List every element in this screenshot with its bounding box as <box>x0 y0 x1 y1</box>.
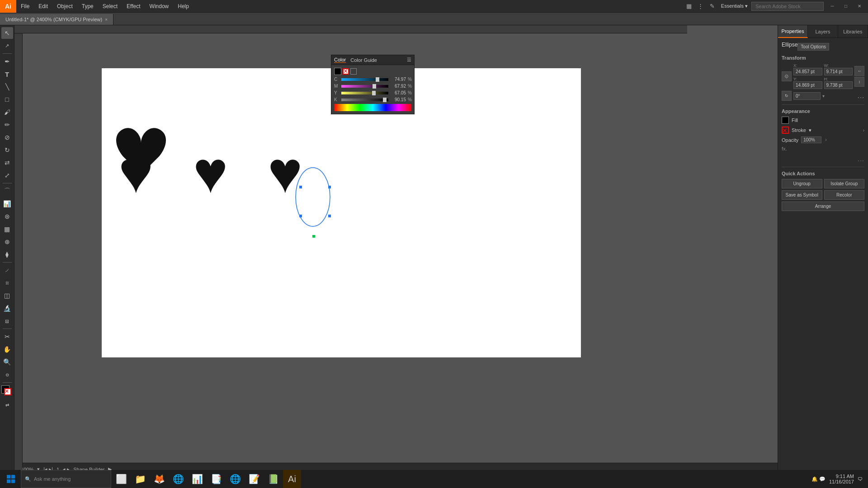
graph-tool[interactable]: 📊 <box>1 198 13 210</box>
minimize-icon[interactable]: ─ <box>827 1 837 11</box>
mirror-tool[interactable]: ⇄ <box>1 157 13 169</box>
direct-select-tool[interactable]: ↗ <box>1 40 13 52</box>
fill-color-box[interactable] <box>782 117 789 124</box>
menu-select[interactable]: Select <box>98 0 122 12</box>
none-swatch[interactable] <box>350 68 357 75</box>
taskbar-taskview[interactable]: ⬜ <box>112 470 130 488</box>
taskbar-word[interactable]: 📝 <box>245 470 263 488</box>
isolate-group-button[interactable]: Isolate Group <box>824 179 865 188</box>
zoom-tool[interactable]: 🔍 <box>1 356 13 368</box>
arrange-icon[interactable]: ▦ <box>684 1 694 11</box>
y-slider[interactable] <box>341 92 388 94</box>
tab-properties[interactable]: Properties <box>778 25 808 38</box>
appearance-more-icon[interactable]: … <box>857 155 864 163</box>
opacity-more-btn[interactable]: › <box>825 137 826 142</box>
x-input[interactable] <box>793 68 822 75</box>
color-spectrum[interactable] <box>334 104 411 111</box>
menu-window[interactable]: Window <box>145 0 174 12</box>
recolor-button[interactable]: Recolor <box>824 190 865 200</box>
pen-tool[interactable]: ✒ <box>1 56 13 67</box>
taskbar-explorer[interactable]: 📁 <box>131 470 149 488</box>
hand-tool[interactable]: ✋ <box>1 343 13 355</box>
constrain-icon[interactable]: ⛒ <box>782 71 792 81</box>
stroke-options-btn[interactable]: › <box>863 128 864 133</box>
flip-v-icon[interactable]: ↕ <box>854 77 864 87</box>
menu-effect[interactable]: Effect <box>122 0 145 12</box>
c-slider[interactable] <box>341 78 388 81</box>
color-tab[interactable]: Color <box>334 57 346 63</box>
opacity-input[interactable] <box>801 136 821 143</box>
taskbar-unknown[interactable]: 📗 <box>264 470 282 488</box>
taskbar-excel[interactable]: 📊 <box>188 470 206 488</box>
scissors-tool[interactable]: ✂ <box>1 331 13 343</box>
menu-edit[interactable]: Edit <box>34 0 52 12</box>
rotation-icon[interactable]: ↻ <box>782 91 792 101</box>
m-slider[interactable] <box>341 85 388 88</box>
line-tool[interactable]: ╲ <box>1 81 13 93</box>
symbol-sprayer[interactable]: ⊛ <box>1 211 13 222</box>
tab-close-icon[interactable]: × <box>105 17 108 22</box>
start-button[interactable] <box>2 470 20 488</box>
taskbar-search[interactable]: 🔍 Ask me anything <box>21 470 111 488</box>
k-slider[interactable] <box>341 99 388 101</box>
menu-object[interactable]: Object <box>52 0 77 12</box>
stroke-swatch[interactable]: ✕ <box>343 68 349 75</box>
canvas-area[interactable]: ♥ ♥ ♥ Color Color Guide ☰ <box>14 25 778 475</box>
taskbar-illustrator[interactable]: Ai <box>283 470 301 488</box>
menu-file[interactable]: File <box>16 0 34 12</box>
rotate-tool[interactable]: ↻ <box>1 144 13 156</box>
menu-type[interactable]: Type <box>77 0 98 12</box>
rotation-input[interactable] <box>793 92 821 100</box>
fill-stroke-indicator[interactable]: ✕ <box>1 385 13 397</box>
rect-tool[interactable]: □ <box>1 94 13 105</box>
panel-menu-btn[interactable]: ☰ <box>407 57 411 63</box>
y-input[interactable] <box>793 81 822 89</box>
more-options-icon[interactable]: … <box>857 92 864 100</box>
taskbar-ie[interactable]: 🌐 <box>226 470 244 488</box>
w-input[interactable] <box>824 68 853 75</box>
maximize-icon[interactable]: □ <box>841 1 851 11</box>
tab-libraries[interactable]: Libraries <box>838 25 868 38</box>
toolbar-icons: ▦ ⋮ ✎ <box>684 1 717 11</box>
eyedropper-tool[interactable]: 🔬 <box>1 302 13 314</box>
app-logo: Ai <box>0 0 16 13</box>
swap-colors-icon[interactable]: ⇄ <box>1 399 13 411</box>
taskbar-powerpoint[interactable]: 📑 <box>207 470 225 488</box>
column-graph-tool[interactable]: ▦ <box>1 223 13 235</box>
perspective-tool[interactable]: ⟋ <box>1 264 13 276</box>
arrange-button[interactable]: Arrange <box>782 202 864 211</box>
fill-swatch[interactable] <box>334 68 341 75</box>
warp-tool[interactable]: ⌒ <box>1 185 13 197</box>
ungroup-button[interactable]: Ungroup <box>782 179 822 188</box>
document-tab[interactable]: Untitled-1* @ 2400% (CMYK/GPU Preview) × <box>0 14 113 25</box>
search-input[interactable] <box>751 2 824 11</box>
tab-layers[interactable]: Layers <box>808 25 838 38</box>
scale-tool[interactable]: ⤢ <box>1 169 13 181</box>
taskbar-firefox[interactable]: 🦊 <box>150 470 168 488</box>
stroke-dropdown[interactable]: ▾ <box>809 127 811 133</box>
save-as-symbol-button[interactable]: Save as Symbol <box>782 190 822 200</box>
tool-options-button[interactable]: Tool Options <box>797 43 829 51</box>
live-paint-tool[interactable]: ⧫ <box>1 249 13 260</box>
zoom-minus-tool[interactable]: ⊖ <box>1 369 13 380</box>
notification-icon[interactable]: 🗨 <box>858 476 863 482</box>
type-tool[interactable]: T <box>1 68 13 80</box>
mesh-tool[interactable]: ⌗ <box>1 277 13 289</box>
paintbrush-tool[interactable]: 🖌 <box>1 106 13 118</box>
eraser-tool[interactable]: ⊘ <box>1 131 13 143</box>
blend-tool[interactable]: ⧆ <box>1 315 13 327</box>
menu-help[interactable]: Help <box>173 0 193 12</box>
select-tool[interactable]: ↖ <box>1 27 13 39</box>
flip-h-icon[interactable]: ↔ <box>854 66 864 76</box>
h-input[interactable] <box>824 81 853 89</box>
k-slider-row: K 90.15 % <box>334 97 411 102</box>
close-icon[interactable]: ✕ <box>854 1 864 11</box>
taskbar-chrome[interactable]: 🌐 <box>169 470 187 488</box>
workspace-icon[interactable]: ⋮ <box>696 1 706 11</box>
gradient-tool[interactable]: ◫ <box>1 290 13 301</box>
color-guide-tab[interactable]: Color Guide <box>350 57 377 63</box>
shape-builder-tool[interactable]: ⊕ <box>1 236 13 248</box>
pen-icon[interactable]: ✎ <box>708 1 717 11</box>
stroke-color-box[interactable]: ✕ <box>782 127 789 134</box>
pencil-tool[interactable]: ✏ <box>1 119 13 131</box>
